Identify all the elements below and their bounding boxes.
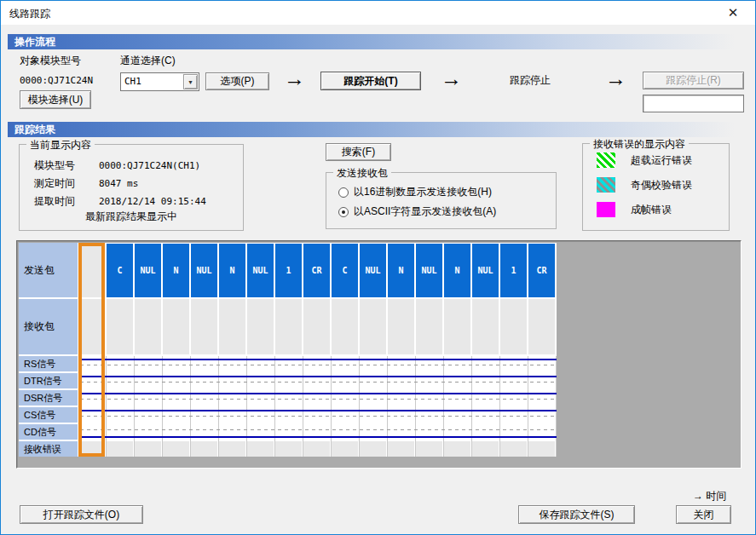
- receive-error-cell[interactable]: [528, 441, 555, 457]
- signal-gridline: [556, 356, 557, 457]
- packet-group-title: 发送接收包: [333, 166, 391, 181]
- current-display-groupbox: 当前显示内容 模块型号0000:QJ71C24N(CH1)测定时间8047 ms…: [19, 144, 244, 231]
- send-packet-cell[interactable]: NUL: [472, 244, 499, 297]
- trace-table: 发送包接收包RS信号DTR信号DSR信号CS信号CD信号接收错误CNULNNUL…: [19, 243, 739, 468]
- info-row-value: 2018/12/14 09:15:44: [99, 196, 206, 207]
- receive-error-cell[interactable]: [135, 441, 161, 457]
- row-label-receive-packet: 接收包: [19, 299, 78, 354]
- module-select-button[interactable]: 模块选择(U): [20, 90, 91, 109]
- receive-packet-cell[interactable]: [163, 299, 189, 354]
- latest-trace-status-text: 最新跟踪结果显示中: [20, 210, 243, 224]
- close-icon[interactable]: ✕: [716, 1, 750, 25]
- radio-hex-display[interactable]: 以16进制数显示发送接收包(H): [338, 185, 492, 199]
- receive-packet-cell[interactable]: [528, 299, 555, 354]
- receive-error-cell[interactable]: [247, 441, 274, 457]
- info-row: 测定时间8047 ms: [34, 175, 239, 193]
- save-trace-file-button[interactable]: 保存跟踪文件(S): [518, 505, 635, 524]
- receive-packet-cell[interactable]: [219, 299, 245, 354]
- receive-error-cell[interactable]: [388, 441, 414, 457]
- receive-error-cell[interactable]: [500, 441, 527, 457]
- receive-packet-cell[interactable]: [247, 299, 274, 354]
- receive-error-cell[interactable]: [360, 441, 386, 457]
- flow-arrow-icon-2: →: [441, 70, 462, 87]
- send-packet-cell[interactable]: N: [219, 244, 245, 297]
- info-row-label: 测定时间: [34, 176, 99, 191]
- options-button[interactable]: 选项(P): [205, 72, 269, 90]
- receive-error-cell[interactable]: [275, 441, 302, 457]
- radio-ascii-icon[interactable]: [338, 207, 349, 217]
- section-header-trace-result: 跟踪结果: [8, 122, 750, 137]
- send-packet-cell[interactable]: NUL: [416, 244, 442, 297]
- trace-start-button[interactable]: 跟踪开始(T): [320, 72, 421, 90]
- radio-ascii-display[interactable]: 以ASCII字符显示发送接收包(A): [338, 204, 496, 219]
- open-trace-file-button[interactable]: 打开跟踪文件(O): [20, 505, 143, 524]
- send-packet-cell[interactable]: CR: [303, 244, 330, 297]
- row-label-signal-5: CD信号: [19, 424, 78, 440]
- receive-error-cell[interactable]: [444, 441, 470, 457]
- signal-gridline: [218, 356, 219, 457]
- signal-gridline: [415, 356, 416, 457]
- receive-error-groupbox: 接收错误的显示内容 超载运行错误奇偶校验错误成帧错误: [582, 143, 730, 231]
- legend-item: 奇偶校验错误: [597, 177, 692, 193]
- send-packet-cell[interactable]: N: [388, 244, 414, 297]
- radio-ascii-label: 以ASCII字符显示发送接收包(A): [354, 204, 496, 219]
- receive-packet-cell[interactable]: [275, 299, 302, 354]
- signal-gridline: [499, 356, 500, 457]
- info-row-label: 模块型号: [34, 158, 99, 173]
- info-row: 模块型号0000:QJ71C24N(CH1): [34, 157, 239, 175]
- legend-swatch-3: [597, 202, 615, 217]
- legend-label: 奇偶校验错误: [631, 178, 692, 193]
- receive-packet-cell[interactable]: [472, 299, 499, 354]
- receive-packet-cell[interactable]: [360, 299, 386, 354]
- receive-packet-cell[interactable]: [303, 299, 330, 354]
- row-label-signal-3: DSR信号: [19, 390, 78, 406]
- receive-error-cell[interactable]: [191, 441, 217, 457]
- dialog-close-button[interactable]: 关闭: [676, 505, 731, 524]
- channel-select-combobox[interactable]: CH1 ▼: [120, 72, 199, 91]
- signal-line-high-ref: [80, 429, 557, 430]
- trace-stop-static-text: 跟踪停止: [510, 73, 551, 88]
- signal-gridline: [106, 356, 107, 457]
- receive-error-cell[interactable]: [163, 441, 189, 457]
- search-button[interactable]: 搜索(F): [326, 143, 391, 161]
- send-packet-cell[interactable]: C: [107, 244, 133, 297]
- chevron-down-icon[interactable]: ▼: [183, 74, 198, 89]
- legend-swatch-1: [597, 152, 615, 168]
- receive-packet-cell[interactable]: [388, 299, 414, 354]
- cursor-column[interactable]: [78, 243, 105, 457]
- signal-gridline: [190, 356, 191, 457]
- receive-error-cell[interactable]: [472, 441, 499, 457]
- receive-packet-cell[interactable]: [332, 299, 358, 354]
- send-packet-cell[interactable]: N: [444, 244, 470, 297]
- legend-swatch-2: [597, 177, 615, 193]
- send-packet-cell[interactable]: CR: [528, 244, 555, 297]
- receive-error-cell[interactable]: [416, 441, 442, 457]
- receive-packet-cell[interactable]: [444, 299, 470, 354]
- radio-hex-icon[interactable]: [338, 187, 349, 198]
- channel-selected-value: CH1: [124, 76, 141, 87]
- receive-packet-cell[interactable]: [416, 299, 442, 354]
- send-packet-cell[interactable]: N: [163, 244, 189, 297]
- send-packet-cell[interactable]: 1: [500, 244, 527, 297]
- send-packet-cell[interactable]: NUL: [135, 244, 161, 297]
- row-label-send-packet: 发送包: [19, 243, 78, 297]
- receive-error-cell[interactable]: [332, 441, 358, 457]
- receive-error-cell[interactable]: [107, 441, 133, 457]
- receive-packet-cell[interactable]: [135, 299, 161, 354]
- receive-error-cell[interactable]: [303, 441, 330, 457]
- trace-stop-button[interactable]: 跟踪停止(R): [643, 72, 744, 89]
- receive-packet-cell[interactable]: [500, 299, 527, 354]
- receive-error-cell[interactable]: [219, 441, 245, 457]
- signal-line-low-ref: [80, 365, 557, 365]
- send-packet-cell[interactable]: 1: [275, 244, 302, 297]
- receive-packet-cell[interactable]: [107, 299, 133, 354]
- receive-packet-cell[interactable]: [191, 299, 217, 354]
- send-packet-cell[interactable]: C: [332, 244, 358, 297]
- info-row: 提取时间2018/12/14 09:15:44: [34, 193, 239, 210]
- send-packet-cell[interactable]: NUL: [247, 244, 274, 297]
- section-header-operation-flow: 操作流程: [8, 34, 750, 49]
- send-packet-cell[interactable]: NUL: [360, 244, 386, 297]
- signal-line-high: [80, 359, 557, 360]
- signal-line-low-ref: [80, 382, 557, 383]
- send-packet-cell[interactable]: NUL: [191, 244, 217, 297]
